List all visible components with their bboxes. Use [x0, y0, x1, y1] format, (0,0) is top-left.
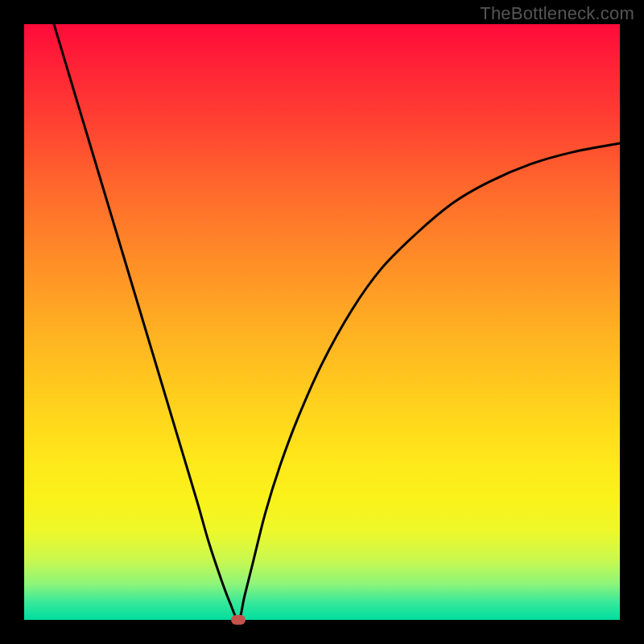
minimum-marker [231, 615, 246, 625]
curve-svg [24, 24, 620, 620]
watermark-text: TheBottleneck.com [480, 3, 634, 24]
bottleneck-curve [54, 24, 620, 620]
chart-frame: TheBottleneck.com [0, 0, 644, 644]
plot-area [24, 24, 620, 620]
